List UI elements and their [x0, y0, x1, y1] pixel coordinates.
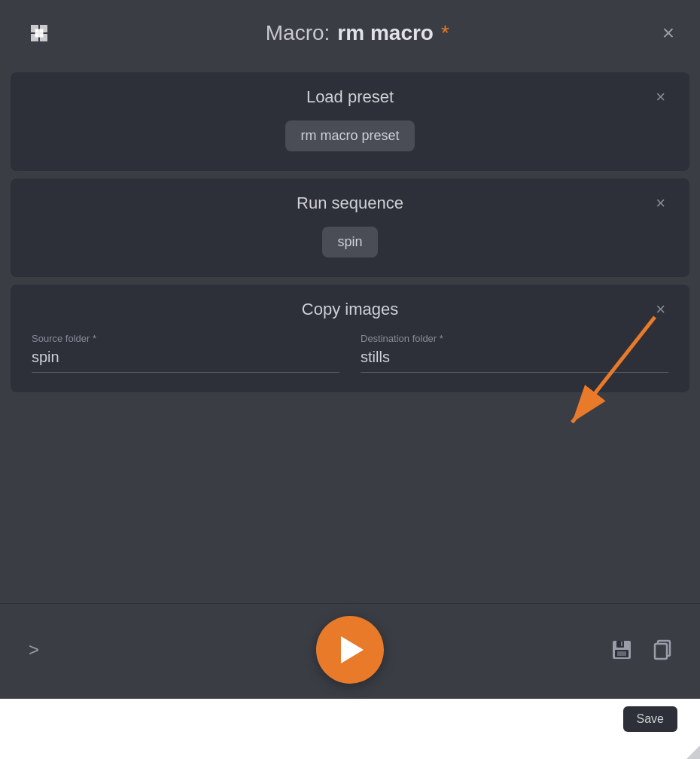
bottom-area: Save — [0, 699, 700, 759]
run-sequence-card: Run sequence × spin — [11, 178, 689, 277]
sequence-chip[interactable]: spin — [322, 227, 377, 258]
save-icon-button[interactable] — [607, 635, 637, 665]
title-prefix: Macro: — [266, 21, 330, 45]
resize-handle[interactable] — [686, 745, 700, 759]
preset-chip[interactable]: rm macro preset — [285, 120, 414, 151]
copy-images-close-button[interactable]: × — [653, 298, 668, 321]
copy-images-fields: Source folder * spin Destination folder … — [32, 333, 668, 373]
load-preset-header: Load preset × — [32, 87, 668, 107]
destination-folder-label: Destination folder * — [361, 333, 668, 344]
load-preset-chips: rm macro preset — [32, 120, 668, 151]
toolbar-right — [607, 635, 677, 665]
macro-dialog: Macro: rm macro * × Load preset × rm mac… — [0, 0, 700, 759]
play-button[interactable] — [316, 616, 384, 684]
copy-images-header: Copy images × — [32, 300, 668, 319]
content-area: Load preset × rm macro preset Run sequen… — [0, 63, 700, 603]
source-folder-value[interactable]: spin — [32, 349, 339, 373]
copy-images-title: Copy images — [302, 300, 398, 319]
svg-rect-9 — [616, 641, 624, 648]
svg-rect-11 — [617, 651, 626, 656]
toolbar: > — [0, 603, 700, 699]
run-sequence-chips: spin — [32, 227, 668, 258]
destination-folder-group: Destination folder * stills — [361, 333, 668, 373]
svg-rect-14 — [655, 644, 667, 659]
dialog-close-button[interactable]: × — [659, 20, 677, 47]
load-preset-title: Load preset — [306, 87, 394, 107]
toolbar-left: > — [23, 636, 45, 663]
run-sequence-close-button[interactable]: × — [653, 192, 668, 215]
save-button[interactable]: Save — [623, 706, 677, 732]
app-logo — [23, 17, 56, 50]
play-icon — [341, 636, 364, 663]
source-folder-group: Source folder * spin — [32, 333, 339, 373]
svg-marker-15 — [686, 745, 700, 759]
source-folder-label: Source folder * — [32, 333, 339, 344]
destination-folder-value[interactable]: stills — [361, 349, 668, 373]
copy-icon-button[interactable] — [647, 635, 677, 665]
dialog-title: Macro: rm macro * — [266, 21, 449, 45]
copy-images-card: Copy images × Source folder * spin Desti… — [11, 285, 689, 392]
svg-rect-12 — [621, 642, 622, 646]
run-sequence-header: Run sequence × — [32, 194, 668, 213]
title-asterisk: * — [441, 21, 449, 45]
expand-button[interactable]: > — [23, 636, 45, 663]
dialog-header: Macro: rm macro * × — [0, 0, 700, 63]
svg-rect-5 — [35, 29, 44, 38]
run-sequence-title: Run sequence — [297, 194, 403, 213]
title-name: rm macro — [337, 21, 434, 45]
load-preset-card: Load preset × rm macro preset — [11, 72, 689, 171]
load-preset-close-button[interactable]: × — [653, 86, 668, 108]
